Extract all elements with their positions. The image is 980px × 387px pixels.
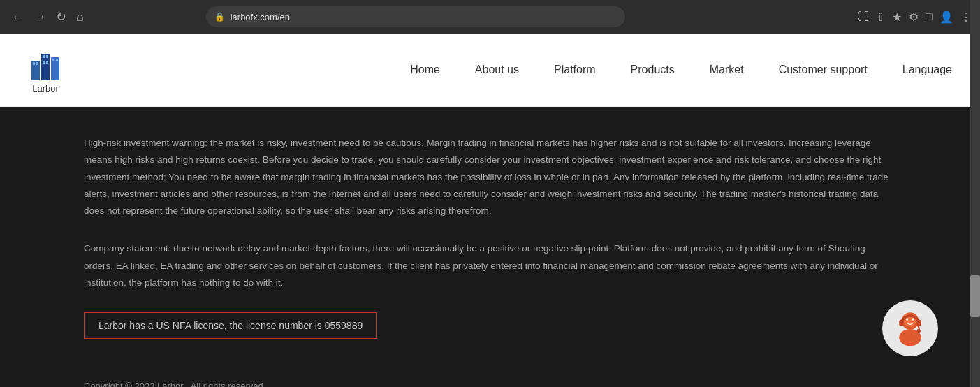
svg-rect-2 [51,57,59,80]
copyright-text: Copyright © 2023 Larbor . All rights res… [84,381,896,387]
nav-item-products[interactable]: Products [631,64,675,76]
support-circle[interactable] [882,300,938,356]
svg-rect-7 [43,61,45,64]
svg-rect-10 [56,59,58,61]
address-bar[interactable]: 🔒 larbofx.com/en [206,6,625,27]
svg-rect-6 [46,55,48,58]
nav-item-home[interactable]: Home [410,64,440,76]
reload-button[interactable]: ↻ [53,6,69,27]
forward-button[interactable]: → [31,7,49,27]
screenshot-icon[interactable]: ⛶ [858,10,869,23]
logo-icon [28,47,63,82]
svg-point-18 [917,329,921,333]
warning-text: High-risk investment warning: the market… [84,135,896,219]
dark-section: High-risk investment warning: the market… [0,107,980,387]
home-button[interactable]: ⌂ [73,7,87,27]
logo-area[interactable]: Larbor [28,47,63,94]
url-text: larbofx.com/en [231,12,290,22]
lock-icon: 🔒 [214,12,225,22]
nav-menu: Home About us Platform Products Market C… [410,64,952,76]
support-widget[interactable] [882,300,938,356]
window-icon[interactable]: □ [926,10,933,23]
scrollbar-thumb[interactable] [970,275,980,317]
svg-rect-8 [46,61,48,64]
nav-item-about[interactable]: About us [475,64,519,76]
svg-rect-16 [899,320,903,326]
site-header: Larbor Home About us Platform Products M… [0,34,980,107]
profile-icon[interactable]: 👤 [939,10,953,24]
browser-nav-buttons: ← → ↻ ⌂ [8,6,87,27]
nav-item-customer-support[interactable]: Customer support [779,64,868,76]
support-icon [886,304,935,353]
nav-item-platform[interactable]: Platform [554,64,596,76]
svg-rect-4 [36,62,38,65]
back-button[interactable]: ← [8,7,27,27]
svg-point-14 [912,319,915,321]
company-statement: Company statement: due to network delay … [84,240,896,291]
nav-item-language[interactable]: Language [902,64,952,76]
browser-actions: ⛶ ⇧ ★ ⚙ □ 👤 ⋮ [858,10,972,24]
nav-item-market[interactable]: Market [710,64,744,76]
svg-rect-1 [41,54,50,80]
svg-point-13 [906,319,909,321]
bookmark-icon[interactable]: ★ [892,10,902,24]
browser-chrome: ← → ↻ ⌂ 🔒 larbofx.com/en ⛶ ⇧ ★ ⚙ □ 👤 ⋮ [0,0,980,34]
extension-icon[interactable]: ⚙ [909,10,919,24]
share-icon[interactable]: ⇧ [876,10,885,24]
scrollbar[interactable] [970,0,980,387]
copyright-area: Copyright © 2023 Larbor . All rights res… [84,381,896,387]
website: Larbor Home About us Platform Products M… [0,34,980,387]
svg-rect-0 [31,61,40,80]
svg-rect-9 [52,59,54,61]
license-text: Larbor has a US NFA license, the license… [98,320,363,331]
svg-rect-3 [33,62,35,65]
license-box: Larbor has a US NFA license, the license… [84,312,377,339]
logo-text: Larbor [32,83,59,94]
svg-rect-5 [43,55,45,58]
